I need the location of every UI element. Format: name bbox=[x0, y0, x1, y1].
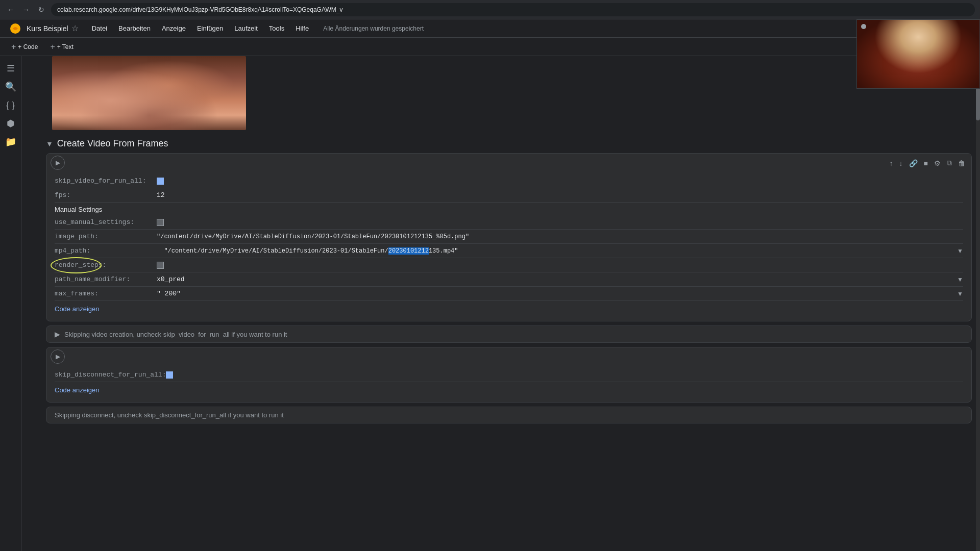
mp4-path-after: 135.mp4" bbox=[429, 247, 458, 255]
menu-hilfe[interactable]: Hilfe bbox=[290, 22, 314, 34]
dropdown-arrow-mp4[interactable]: ▼ bbox=[957, 247, 963, 255]
browser-bar: ← → ↻ bbox=[0, 0, 980, 19]
notebook-content: ▼ Create Video From Frames ▶ ↑ ↓ 🔗 ■ ⚙ ⧉… bbox=[21, 56, 980, 551]
delete-icon[interactable]: 🗑 bbox=[956, 158, 967, 168]
stop-icon[interactable]: ■ bbox=[922, 158, 930, 168]
max-frames-value: " 200" bbox=[157, 290, 181, 297]
plus-icon: + bbox=[11, 42, 16, 52]
skip-disconnect-checkbox[interactable] bbox=[166, 371, 173, 379]
form-row-path-modifier: path_name_modifier: x0_pred ▼ bbox=[55, 272, 963, 287]
form-row-skip-video: skip_video_for_run_all: bbox=[55, 174, 963, 188]
move-down-icon[interactable]: ↓ bbox=[897, 158, 905, 168]
section-title: Create Video From Frames bbox=[57, 138, 168, 149]
mp4-path-value: "/content/drive/MyDrive/AI/StableDiffusi… bbox=[157, 247, 957, 255]
webcam-person bbox=[857, 20, 979, 88]
path-name-label: path_name_modifier: bbox=[55, 276, 157, 283]
collapse-icon[interactable]: ▼ bbox=[46, 140, 53, 148]
cell-image-area bbox=[21, 56, 980, 130]
mp4-path-before: "/content/drive/MyDrive/AI/StableDiffusi… bbox=[157, 247, 388, 255]
cell-image-visual bbox=[52, 56, 246, 130]
form-row-fps: fps: 12 bbox=[55, 188, 963, 203]
mp4-path-label: mp4_path: bbox=[55, 247, 157, 255]
webcam-dot bbox=[861, 24, 866, 29]
skip-video-label: skip_video_for_run_all: bbox=[55, 177, 157, 185]
sidebar-files-icon[interactable]: 📁 bbox=[3, 134, 19, 150]
fps-value: 12 bbox=[157, 191, 165, 199]
section-heading: ▼ Create Video From Frames bbox=[21, 134, 980, 153]
move-up-icon[interactable]: ↑ bbox=[888, 158, 895, 168]
menu-bearbeiten[interactable]: Bearbeiten bbox=[113, 22, 156, 34]
form-row-render-steps: render_steps: bbox=[55, 258, 963, 272]
add-text-button[interactable]: + + Text bbox=[45, 40, 78, 54]
star-icon[interactable]: ☆ bbox=[71, 23, 79, 33]
form-row-manual: use_manual_settings: bbox=[55, 215, 963, 230]
use-manual-checkbox[interactable] bbox=[157, 219, 164, 226]
mp4-path-highlight: 20230101212 bbox=[388, 247, 429, 255]
main-layout: ☰ 🔍 { } ⬢ 📁 ▼ Create Video From Frames ▶… bbox=[0, 56, 980, 551]
save-status: Alle Änderungen wurden gespeichert bbox=[323, 25, 424, 32]
output-text-2: Skipping disconnect, uncheck skip_discon… bbox=[55, 411, 284, 419]
main-scrollbar[interactable] bbox=[976, 56, 980, 551]
notebook-title: Kurs Beispiel ☆ bbox=[27, 23, 79, 33]
code-anzeigen-row-2: Code anzeigen bbox=[55, 382, 963, 398]
back-button[interactable]: ← bbox=[5, 4, 16, 15]
dropdown-arrow-path[interactable]: ▼ bbox=[957, 276, 963, 283]
webcam-video bbox=[857, 20, 979, 88]
image-path-label: image_path: bbox=[55, 233, 157, 240]
fps-label: fps: bbox=[55, 191, 157, 199]
run-button[interactable]: ▶ bbox=[51, 156, 65, 170]
plus-text-icon: + bbox=[50, 42, 55, 52]
output-icon: ▶ bbox=[55, 330, 60, 338]
dropdown-arrow-frames[interactable]: ▼ bbox=[957, 290, 963, 297]
settings-icon[interactable]: ⚙ bbox=[932, 158, 943, 168]
sidebar-hex-icon[interactable]: ⬢ bbox=[3, 115, 19, 132]
menu-bar: Datei Bearbeiten Anzeige Einfügen Laufze… bbox=[87, 22, 424, 34]
output-text-1: Skipping video creation, uncheck skip_vi… bbox=[64, 331, 287, 338]
toolbar-row: + + Code + + Text bbox=[0, 38, 980, 56]
code-cell-2: ▶ skip_disconnect_for_run_all: Code anze… bbox=[46, 347, 972, 403]
form-row-skip-disconnect: skip_disconnect_for_run_all: bbox=[55, 368, 963, 382]
menu-laufzeit[interactable]: Laufzeit bbox=[229, 22, 263, 34]
link-icon[interactable]: 🔗 bbox=[907, 158, 920, 168]
copy-icon[interactable]: ⧉ bbox=[945, 158, 954, 168]
colab-header: Kurs Beispiel ☆ Datei Bearbeiten Anzeige… bbox=[0, 19, 980, 38]
webcam-overlay bbox=[856, 19, 980, 89]
colab-logo bbox=[8, 21, 22, 36]
cell-form: skip_video_for_run_all: fps: 12 Manual S… bbox=[46, 172, 971, 321]
sidebar-code-icon[interactable]: { } bbox=[3, 97, 19, 113]
add-code-button[interactable]: + + Code bbox=[6, 40, 43, 54]
manual-settings-header: Manual Settings bbox=[55, 203, 963, 215]
cell-image bbox=[52, 56, 246, 130]
use-manual-label: use_manual_settings: bbox=[55, 218, 157, 226]
code-anzeigen-link[interactable]: Code anzeigen bbox=[55, 303, 99, 315]
menu-tools[interactable]: Tools bbox=[264, 22, 289, 34]
skip-disconnect-label: skip_disconnect_for_run_all: bbox=[55, 371, 166, 379]
image-path-value: "/content/drive/MyDrive/AI/StableDiffusi… bbox=[157, 233, 469, 240]
menu-datei[interactable]: Datei bbox=[87, 22, 112, 34]
menu-anzeige[interactable]: Anzeige bbox=[157, 22, 191, 34]
code-anzeigen-row: Code anzeigen bbox=[55, 301, 963, 317]
cell-toolbar-right: ↑ ↓ 🔗 ■ ⚙ ⧉ 🗑 bbox=[888, 158, 967, 168]
render-steps-label: render_steps: bbox=[55, 261, 157, 269]
code-cell-header: ▶ ↑ ↓ 🔗 ■ ⚙ ⧉ 🗑 bbox=[46, 154, 971, 172]
code-cell-1: ▶ ↑ ↓ 🔗 ■ ⚙ ⧉ 🗑 skip_video_for_run_all: bbox=[46, 153, 972, 321]
output-cell-2: Skipping disconnect, uncheck skip_discon… bbox=[46, 407, 972, 423]
sidebar-menu-icon[interactable]: ☰ bbox=[3, 60, 19, 77]
refresh-button[interactable]: ↻ bbox=[36, 4, 47, 15]
cell-form-2: skip_disconnect_for_run_all: Code anzeig… bbox=[46, 366, 971, 402]
path-name-value: x0_pred bbox=[157, 276, 185, 283]
code-cell-2-header: ▶ bbox=[46, 347, 971, 366]
skip-video-checkbox[interactable] bbox=[157, 178, 164, 185]
forward-button[interactable]: → bbox=[20, 4, 32, 15]
sidebar-search-icon[interactable]: 🔍 bbox=[3, 79, 19, 95]
address-bar[interactable] bbox=[51, 3, 975, 16]
run-button-2[interactable]: ▶ bbox=[51, 349, 65, 364]
menu-einfuegen[interactable]: Einfügen bbox=[192, 22, 228, 34]
form-row-image-path: image_path: "/content/drive/MyDrive/AI/S… bbox=[55, 230, 963, 244]
form-row-mp4-path: mp4_path: "/content/drive/MyDrive/AI/Sta… bbox=[55, 244, 963, 258]
form-row-max-frames: max_frames: " 200" ▼ bbox=[55, 287, 963, 301]
render-steps-checkbox[interactable] bbox=[157, 262, 164, 269]
output-cell-1: ▶ Skipping video creation, uncheck skip_… bbox=[46, 325, 972, 343]
code-anzeigen-link-2[interactable]: Code anzeigen bbox=[55, 384, 99, 396]
max-frames-label: max_frames: bbox=[55, 290, 157, 297]
